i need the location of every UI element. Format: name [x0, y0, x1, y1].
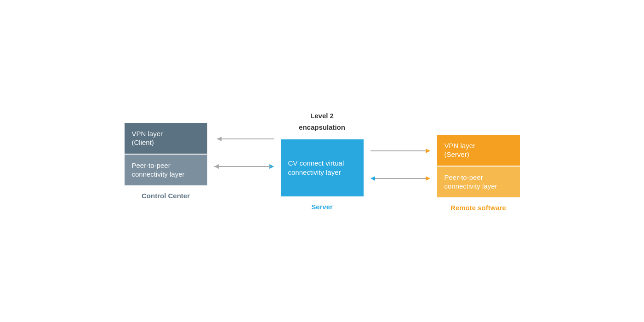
cc-vpn-block: VPN layer(Client): [125, 123, 207, 154]
svg-marker-7: [426, 149, 430, 153]
diagram-inner: VPN layer(Client) Peer-to-peerconnectivi…: [125, 111, 520, 212]
arrow-srv-p2p: [366, 173, 435, 184]
arrow-cc-vpn: [210, 133, 279, 144]
remote-label: Remote software: [450, 204, 506, 212]
cc-label: Control Center: [142, 192, 190, 200]
svg-marker-10: [426, 176, 430, 181]
remote-blocks: VPN layer(Server) Peer-to-peerconnectivi…: [437, 135, 520, 197]
rm-vpn-block: VPN layer(Server): [437, 135, 520, 166]
arrow-cc-p2p: [210, 161, 279, 172]
control-center-column: VPN layer(Client) Peer-to-peerconnectivi…: [125, 123, 207, 200]
remote-column: VPN layer(Server) Peer-to-peerconnectivi…: [437, 111, 520, 212]
rm-p2p-block: Peer-to-peerconnectivity layer: [437, 167, 520, 197]
cc-p2p-block: Peer-to-peerconnectivity layer: [125, 155, 207, 185]
server-blocks: CV connect virtualconnectivity layer: [281, 139, 364, 196]
svg-marker-8: [370, 176, 375, 181]
encap-label-line1: Level 2: [299, 112, 345, 120]
server-block: CV connect virtualconnectivity layer: [281, 139, 364, 196]
svg-marker-1: [217, 137, 222, 141]
encap-label-line2: encapsulation: [299, 123, 345, 131]
control-center-blocks: VPN layer(Client) Peer-to-peerconnectivi…: [125, 123, 207, 185]
server-label: Server: [311, 203, 333, 211]
diagram-container: VPN layer(Client) Peer-to-peerconnectivi…: [0, 0, 644, 322]
server-column: Level 2 encapsulation CV connect virtual…: [281, 112, 364, 211]
arrow-srv-vpn: [366, 145, 435, 156]
